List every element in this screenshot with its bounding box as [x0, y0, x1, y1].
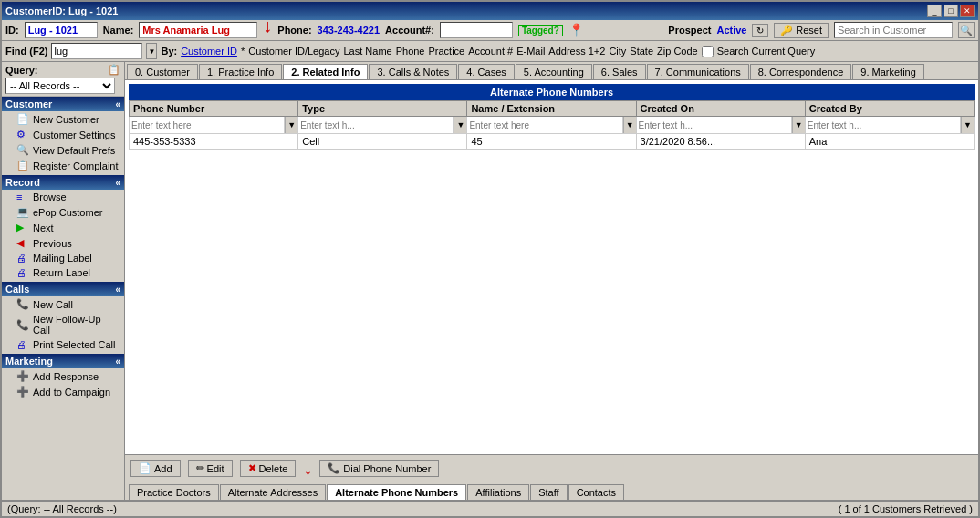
tab-sales[interactable]: 6. Sales	[593, 64, 646, 79]
tab-marketing[interactable]: 9. Marketing	[852, 64, 924, 79]
col-phone-number: Phone Number	[130, 101, 298, 117]
filter-phone[interactable]	[130, 117, 285, 133]
tab-calls-notes[interactable]: 3. Calls & Notes	[369, 64, 457, 79]
address-link[interactable]: Address 1+2	[548, 46, 605, 57]
refresh-button[interactable]: ↻	[752, 24, 768, 37]
pin-icon: 📍	[568, 23, 584, 37]
tab-accounting[interactable]: 5. Accounting	[516, 64, 592, 79]
query-icon: 📋	[108, 64, 120, 76]
statusbar-left: (Query: -- All Records --)	[7, 503, 117, 514]
epop-icon: 💻	[16, 206, 29, 218]
state-link[interactable]: State	[630, 46, 653, 57]
sidebar-record-label: Record	[5, 177, 40, 188]
search-button[interactable]: 🔍	[958, 22, 975, 38]
sidebar-item-return-label[interactable]: 🖨 Return Label	[2, 265, 124, 280]
sidebar-item-new-call[interactable]: 📞 New Call	[2, 296, 124, 312]
tab-practice-info[interactable]: 1. Practice Info	[199, 64, 282, 79]
sidebar-item-previous-label: Previous	[33, 238, 72, 249]
tab-customer[interactable]: 0. Customer	[127, 64, 198, 79]
sidebar-item-register-complaint[interactable]: 📋 Register Complaint	[2, 158, 124, 173]
query-select[interactable]: -- All Records --	[5, 78, 115, 94]
browse-icon: ≡	[16, 192, 29, 202]
sidebar-marketing-header[interactable]: Marketing «	[2, 354, 124, 368]
phone-link[interactable]: Phone	[396, 46, 425, 57]
sidebar-item-view-prefs-label: View Default Prefs	[33, 145, 115, 156]
sidebar-item-next[interactable]: ▶ Next	[2, 220, 124, 235]
delete-button[interactable]: ✖ Delete	[240, 460, 297, 477]
id-field: Lug - 1021	[25, 22, 98, 38]
tab-correspondence[interactable]: 8. Correspondence	[750, 64, 852, 79]
tab-communications[interactable]: 7. Communications	[647, 64, 749, 79]
filter-created-by[interactable]	[806, 117, 961, 133]
query-box: Query: 📋 -- All Records --	[2, 62, 124, 97]
phone-value: 343-243-4221	[318, 25, 381, 36]
zipcode-link[interactable]: Zip Code	[657, 46, 698, 57]
sidebar-item-mailing-label[interactable]: 🖨 Mailing Label	[2, 251, 124, 265]
filter-created-on-btn[interactable]: ▼	[792, 117, 805, 133]
sidebar-item-new-call-label: New Call	[33, 299, 73, 310]
reset-label: Reset	[796, 25, 822, 36]
search-current-query-checkbox[interactable]	[702, 46, 714, 57]
lastname-link[interactable]: Last Name	[343, 46, 391, 57]
tab-cases[interactable]: 4. Cases	[458, 64, 514, 79]
name-field: Mrs Anamaria Lug	[139, 22, 257, 38]
section-header: Alternate Phone Numbers	[129, 84, 975, 100]
find-input[interactable]	[51, 43, 142, 59]
filter-type-btn[interactable]: ▼	[454, 117, 466, 133]
customerid-legacy-link[interactable]: Customer ID/Legacy	[248, 46, 339, 57]
filter-name-ext[interactable]	[467, 117, 622, 133]
accountnum-link[interactable]: Account #	[468, 46, 513, 57]
cell-name-ext: 45	[467, 134, 636, 150]
add-button[interactable]: 📄 Add	[130, 460, 181, 477]
filter-created-by-btn[interactable]: ▼	[961, 117, 974, 133]
add-label: Add	[154, 463, 172, 474]
sub-tab-staff[interactable]: Staff	[530, 484, 567, 500]
maximize-button[interactable]: □	[944, 5, 958, 17]
delete-label: Delete	[259, 463, 288, 474]
sub-tab-affiliations[interactable]: Affiliations	[467, 484, 529, 500]
sidebar-item-view-default-prefs[interactable]: 🔍 View Default Prefs	[2, 142, 124, 158]
col-name-extension: Name / Extension	[467, 101, 636, 117]
sidebar-item-print-selected-call[interactable]: 🖨 Print Selected Call	[2, 337, 124, 352]
account-label: Account#:	[385, 25, 434, 36]
id-value: Lug - 1021	[28, 25, 78, 36]
sidebar-item-add-to-campaign[interactable]: ➕ Add to Campaign	[2, 384, 124, 399]
filter-name-ext-btn[interactable]: ▼	[623, 117, 636, 133]
edit-button[interactable]: ✏ Edit	[188, 460, 233, 477]
filter-phone-btn[interactable]: ▼	[285, 117, 297, 133]
sidebar-item-customer-settings[interactable]: ⚙ Customer Settings	[2, 127, 124, 142]
sub-tab-practice-doctors[interactable]: Practice Doctors	[129, 484, 219, 500]
close-button[interactable]: ✕	[960, 5, 975, 17]
sidebar-record-header[interactable]: Record «	[2, 175, 124, 190]
reset-button[interactable]: 🔑 Reset	[774, 23, 829, 38]
sidebar-calls-header[interactable]: Calls «	[2, 282, 124, 296]
sidebar-item-add-response-label: Add Response	[33, 371, 99, 382]
table-row[interactable]: 445-353-5333 Cell 45 3/21/2020 8:56... A…	[130, 134, 975, 150]
statusbar-right: ( 1 of 1 Customers Retrieved )	[839, 503, 973, 514]
find-dropdown-btn[interactable]: ▼	[146, 43, 157, 59]
add-icon: 📄	[139, 462, 151, 474]
email-link[interactable]: E-Mail	[516, 46, 545, 57]
sub-tab-alternate-addresses[interactable]: Alternate Addresses	[220, 484, 326, 500]
search-input[interactable]	[834, 22, 953, 38]
customer-id-link[interactable]: Customer ID	[181, 46, 237, 57]
tab-related-info[interactable]: 2. Related Info	[283, 64, 368, 79]
minimize-button[interactable]: _	[927, 5, 942, 17]
sidebar-item-epop-label: ePop Customer	[33, 207, 102, 218]
sub-tab-alternate-phone[interactable]: Alternate Phone Numbers	[327, 484, 466, 500]
sidebar-item-browse[interactable]: ≡ Browse	[2, 190, 124, 204]
sidebar-item-epop-customer[interactable]: 💻 ePop Customer	[2, 204, 124, 220]
city-link[interactable]: City	[609, 46, 626, 57]
next-icon: ▶	[16, 222, 29, 233]
filter-type[interactable]	[298, 117, 454, 133]
sidebar-item-add-response[interactable]: ➕ Add Response	[2, 368, 124, 384]
filter-created-on[interactable]	[637, 117, 792, 133]
find-label: Find (F2)	[5, 46, 47, 57]
sidebar-customer-header[interactable]: Customer «	[2, 97, 124, 111]
sidebar-item-new-followup-call[interactable]: 📞 New Follow-Up Call	[2, 312, 124, 337]
sidebar-item-previous[interactable]: ◀ Previous	[2, 235, 124, 251]
sidebar-item-new-customer[interactable]: 📄 New Customer	[2, 111, 124, 127]
practice-link[interactable]: Practice	[428, 46, 464, 57]
dial-phone-button[interactable]: 📞 Dial Phone Number	[319, 460, 439, 477]
sub-tab-contacts[interactable]: Contacts	[568, 484, 624, 500]
